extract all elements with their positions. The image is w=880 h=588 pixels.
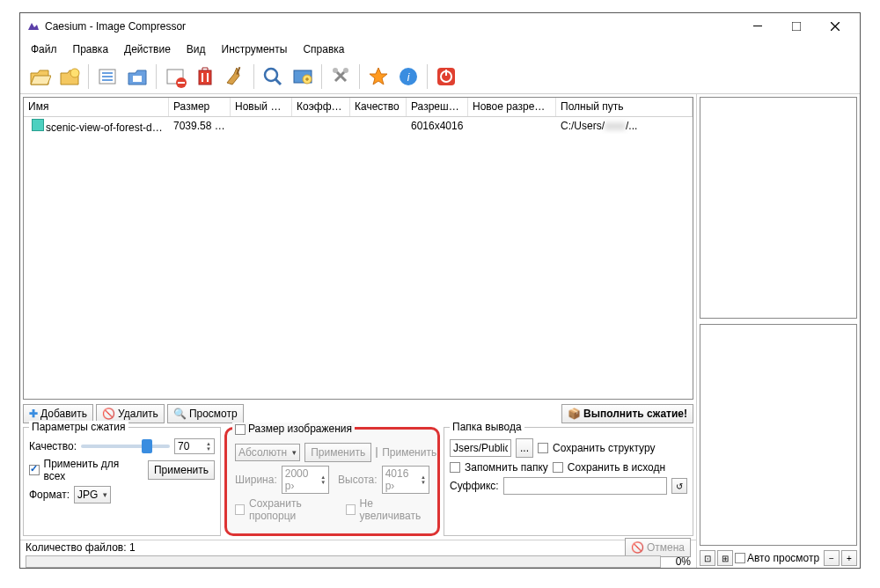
quality-spinbox[interactable]: 70▲▼: [174, 438, 215, 454]
width-spinbox[interactable]: 2000 p›▲▼: [282, 466, 329, 494]
menu-action[interactable]: Действие: [117, 41, 178, 57]
auto-preview-checkbox[interactable]: [735, 553, 745, 563]
preview-button[interactable]: 🔍Просмотр: [167, 404, 244, 423]
fit-compressed-button[interactable]: ⊞: [717, 550, 733, 566]
cell-path: C:/Users/xxxx/...: [556, 118, 693, 134]
keep-structure-label: Сохранить структуру: [553, 442, 655, 454]
resize-enable-checkbox[interactable]: [235, 424, 246, 435]
format-select[interactable]: JPG: [74, 486, 111, 503]
keep-structure-checkbox[interactable]: [538, 443, 548, 453]
suffix-field[interactable]: [503, 477, 667, 495]
svg-rect-11: [199, 70, 211, 85]
svg-rect-7: [133, 76, 142, 82]
browse-button[interactable]: ...: [516, 438, 533, 458]
file-count-label: Количество файлов: 1: [26, 541, 136, 554]
output-path-field[interactable]: [450, 439, 511, 457]
svg-rect-12: [202, 73, 203, 82]
broom-icon[interactable]: [221, 62, 249, 91]
col-res[interactable]: Разрешени: [407, 98, 468, 116]
menubar: Файл Правка Действие Вид Инструменты Спр…: [20, 40, 860, 59]
info-icon[interactable]: i: [394, 62, 422, 91]
remember-folder-checkbox[interactable]: [450, 462, 460, 473]
resize-apply-button[interactable]: Применить: [304, 443, 371, 462]
compress-icon[interactable]: [289, 62, 317, 91]
col-size[interactable]: Размер: [169, 98, 231, 116]
keep-original-label: Сохранить в исходн: [568, 461, 665, 474]
svg-rect-4: [102, 72, 113, 74]
col-path[interactable]: Полный путь: [556, 98, 693, 116]
forbidden-icon: 🚫: [102, 408, 115, 420]
menu-edit[interactable]: Правка: [66, 41, 116, 57]
bottom-panels: Параметры сжатия Качество: 70▲▼ Применит…: [20, 425, 696, 540]
svg-point-2: [70, 69, 79, 77]
keep-ratio-checkbox[interactable]: [235, 504, 245, 515]
settings-icon[interactable]: [326, 62, 355, 91]
cell-name: scenic-view-of-forest-du...: [24, 117, 169, 136]
resize-title: Размер изображения: [232, 423, 355, 435]
svg-rect-1: [792, 22, 801, 31]
svg-rect-13: [207, 73, 209, 82]
quality-slider[interactable]: [81, 445, 170, 448]
fit-original-button[interactable]: ⊡: [700, 550, 715, 566]
open-folder-icon[interactable]: [55, 62, 84, 91]
menu-tools[interactable]: Инструменты: [215, 41, 295, 57]
titlebar: Caesium - Image Compressor: [20, 13, 860, 40]
power-icon[interactable]: [432, 62, 460, 91]
thumbnail-icon: [32, 119, 44, 131]
col-quality[interactable]: Качество: [350, 98, 407, 116]
no-enlarge-checkbox[interactable]: [346, 504, 356, 515]
menu-help[interactable]: Справка: [296, 41, 351, 57]
height-spinbox[interactable]: 4016 p›▲▼: [382, 466, 429, 494]
zoom-in-button[interactable]: +: [841, 550, 857, 566]
file-list: Имя Размер Новый разм Коэффици Качество …: [23, 97, 693, 400]
apply-quality-button[interactable]: Применить: [148, 460, 215, 480]
list-open-icon[interactable]: [93, 62, 121, 91]
list-body[interactable]: scenic-view-of-forest-du... 7039.58 Kb 6…: [24, 117, 693, 399]
col-newsize[interactable]: Новый разм: [231, 98, 292, 116]
cell-quality: [350, 124, 407, 128]
preview-compressed: [700, 324, 857, 546]
app-window: Caesium - Image Compressor Файл Правка Д…: [19, 12, 861, 569]
search-icon: 🔍: [173, 408, 187, 420]
col-ratio[interactable]: Коэффици: [292, 98, 350, 116]
resize-mode-select[interactable]: Абсолютн: [235, 444, 300, 461]
resize-apply-label: Применить: [382, 446, 436, 459]
remove-item-icon[interactable]: [161, 62, 189, 91]
table-row[interactable]: scenic-view-of-forest-du... 7039.58 Kb 6…: [24, 117, 693, 135]
star-icon[interactable]: [364, 62, 392, 91]
compression-title: Параметры сжатия: [29, 421, 128, 433]
format-label: Формат:: [29, 489, 70, 501]
col-name[interactable]: Имя: [24, 98, 169, 116]
cell-res: 6016x4016: [407, 118, 468, 134]
col-newres[interactable]: Новое разрешен: [468, 98, 556, 116]
keep-ratio-label: Сохранить пропорци: [249, 497, 341, 522]
compress-action-icon: 📦: [568, 408, 581, 420]
window-title: Caesium - Image Compressor: [45, 20, 738, 33]
resize-apply-checkbox[interactable]: [376, 447, 378, 458]
suffix-reset-button[interactable]: ↺: [671, 478, 687, 494]
maximize-button[interactable]: [777, 14, 816, 39]
keep-original-checkbox[interactable]: [553, 462, 563, 473]
svg-rect-6: [102, 79, 113, 81]
main-area: Имя Размер Новый разм Коэффици Качество …: [20, 94, 860, 568]
forbidden-icon: 🚫: [631, 541, 644, 554]
width-label: Ширина:: [235, 474, 277, 486]
close-button[interactable]: [816, 14, 854, 39]
compress-button[interactable]: 📦Выполнить сжатие!: [561, 404, 693, 423]
list-save-icon[interactable]: [123, 62, 151, 91]
preview-icon[interactable]: [259, 62, 287, 91]
toolbar: i: [20, 59, 860, 94]
menu-file[interactable]: Файл: [24, 41, 64, 57]
app-icon: [26, 19, 40, 33]
open-file-icon[interactable]: [26, 62, 54, 91]
list-header: Имя Размер Новый разм Коэффици Качество …: [24, 98, 693, 117]
progress-bar: [26, 555, 661, 568]
auto-preview-label: Авто просмотр: [747, 552, 819, 564]
menu-view[interactable]: Вид: [180, 41, 213, 57]
apply-all-checkbox[interactable]: [29, 465, 40, 475]
view-controls: ⊡ ⊞ Авто просмотр − +: [697, 548, 860, 568]
zoom-out-button[interactable]: −: [824, 550, 840, 566]
clear-list-icon[interactable]: [191, 62, 219, 91]
minimize-button[interactable]: [738, 14, 777, 39]
cell-newres: [468, 124, 556, 128]
